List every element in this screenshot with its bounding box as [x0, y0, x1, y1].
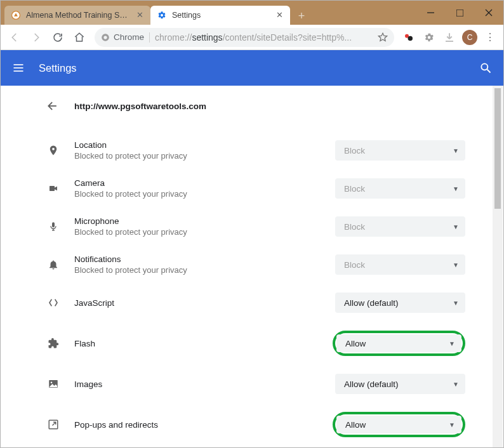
permission-subtext: Blocked to protect your privacy: [74, 151, 335, 161]
permission-value: Block: [344, 260, 365, 270]
permission-value: Block: [344, 222, 365, 232]
svg-rect-15: [52, 222, 55, 227]
permission-select-popups[interactable]: Allow▼: [336, 416, 461, 433]
dropdown-triangle-icon: ▼: [453, 185, 459, 192]
new-tab-button[interactable]: +: [293, 7, 310, 25]
extension-icons: C ⋮: [399, 28, 500, 47]
camera-icon: [46, 183, 60, 194]
download-icon[interactable]: [440, 28, 459, 47]
permission-text: Flash: [74, 339, 333, 348]
dropdown-triangle-icon: ▼: [453, 147, 459, 154]
menu-icon[interactable]: ⋮: [481, 28, 500, 47]
permissions-list: Location Blocked to protect your privacy…: [46, 131, 465, 448]
omnibox-separator: [149, 32, 150, 43]
permission-name: Flash: [74, 339, 333, 348]
dropdown-triangle-icon: ▼: [449, 421, 455, 428]
chrome-chip-label: Chrome: [114, 32, 144, 42]
nav-back-button[interactable]: [4, 27, 25, 48]
bookmark-star-icon[interactable]: [378, 32, 388, 43]
settings-content-wrap: http://www.pgsoftwaretools.com Location …: [1, 86, 503, 448]
permission-name: Images: [74, 379, 335, 389]
permission-name: Pop-ups and redirects: [74, 420, 333, 430]
dropdown-triangle-icon: ▼: [453, 223, 459, 230]
permission-select-images[interactable]: Allow (default)▼: [335, 374, 465, 394]
notifications-icon: [46, 258, 60, 271]
javascript-icon: [46, 298, 60, 308]
flash-icon: [46, 338, 60, 349]
svg-rect-2: [456, 10, 463, 16]
permission-text: Location Blocked to protect your privacy: [74, 140, 335, 161]
close-tab-icon[interactable]: ✕: [135, 11, 144, 20]
svg-rect-14: [50, 186, 55, 191]
home-button[interactable]: [69, 27, 90, 48]
permission-row-popups: Pop-ups and redirects Allow▼: [46, 403, 465, 446]
chrome-chip: Chrome: [101, 32, 144, 42]
permission-text: JavaScript: [74, 298, 335, 308]
browser-toolbar: Chrome chrome://settings/content/siteDet…: [1, 25, 503, 50]
close-tab-icon[interactable]: ✕: [275, 11, 284, 20]
extension-icon-2[interactable]: [420, 28, 439, 47]
highlight-ring: Allow▼: [333, 331, 465, 356]
window-controls: [416, 1, 503, 25]
permission-value: Block: [344, 184, 365, 194]
permission-name: Microphone: [74, 216, 335, 226]
dropdown-triangle-icon: ▼: [453, 261, 459, 268]
permission-name: Location: [74, 140, 335, 150]
maximize-button[interactable]: [445, 1, 474, 25]
dropdown-triangle-icon: ▼: [453, 381, 459, 388]
permission-select-notifications[interactable]: Block▼: [335, 254, 465, 275]
close-window-button[interactable]: [474, 1, 503, 25]
permission-row-notifications: Notifications Blocked to protect your pr…: [46, 246, 465, 284]
minimize-button[interactable]: [416, 1, 445, 25]
permission-name: Camera: [74, 178, 335, 188]
extension-icon-1[interactable]: [399, 28, 418, 47]
tab-title: Almena Method Training Systems: [26, 11, 131, 20]
permission-text: Images: [74, 379, 335, 389]
profile-avatar[interactable]: C: [460, 28, 479, 47]
address-bar[interactable]: Chrome chrome://settings/content/siteDet…: [95, 28, 394, 47]
dropdown-triangle-icon: ▼: [449, 340, 455, 347]
permission-value: Allow: [345, 420, 366, 430]
permission-row-javascript: JavaScript Allow (default)▼: [46, 284, 465, 322]
settings-header: Settings: [1, 50, 503, 86]
permission-select-javascript[interactable]: Allow (default)▼: [335, 293, 465, 313]
tab-almena[interactable]: Almena Method Training Systems ✕: [4, 6, 150, 25]
permission-select-flash[interactable]: Allow▼: [336, 334, 461, 352]
search-icon[interactable]: [479, 62, 492, 74]
permission-row-microphone: Microphone Blocked to protect your priva…: [46, 208, 465, 246]
page-header: http://www.pgsoftwaretools.com: [46, 86, 465, 131]
permission-select-camera[interactable]: Block▼: [335, 178, 465, 199]
dropdown-triangle-icon: ▼: [453, 300, 459, 306]
tab-settings[interactable]: Settings ✕: [150, 6, 290, 25]
page-back-button[interactable]: [46, 100, 59, 112]
tab-title: Settings: [172, 11, 271, 20]
favicon-almena: [11, 10, 21, 20]
scrollbar-track[interactable]: [493, 86, 503, 448]
images-icon: [46, 378, 60, 390]
svg-point-6: [103, 36, 107, 39]
permission-value: Block: [344, 146, 365, 155]
permission-subtext: Blocked to protect your privacy: [74, 265, 335, 275]
permission-value: Allow (default): [344, 298, 399, 308]
permission-text: Pop-ups and redirects: [74, 420, 333, 430]
svg-point-8: [408, 36, 413, 41]
highlight-ring: Allow▼: [333, 412, 465, 437]
reload-button[interactable]: [48, 27, 68, 48]
permission-select-microphone[interactable]: Block▼: [335, 216, 465, 237]
svg-point-12: [481, 63, 487, 70]
permission-name: Notifications: [74, 254, 335, 264]
nav-forward-button[interactable]: [26, 27, 46, 48]
svg-line-13: [487, 70, 491, 73]
permission-text: Notifications Blocked to protect your pr…: [74, 254, 335, 275]
site-url: http://www.pgsoftwaretools.com: [74, 102, 206, 111]
scrollbar-thumb[interactable]: [494, 88, 501, 209]
microphone-icon: [46, 220, 60, 233]
favicon-settings: [157, 10, 167, 20]
window-titlebar: Almena Method Training Systems ✕ Setting…: [1, 1, 503, 25]
location-icon: [46, 145, 60, 156]
permission-name: JavaScript: [74, 298, 335, 308]
menu-hamburger-icon[interactable]: [12, 62, 25, 74]
settings-title: Settings: [39, 62, 77, 74]
permission-select-location[interactable]: Block▼: [335, 140, 465, 161]
permission-text: Microphone Blocked to protect your priva…: [74, 216, 335, 237]
